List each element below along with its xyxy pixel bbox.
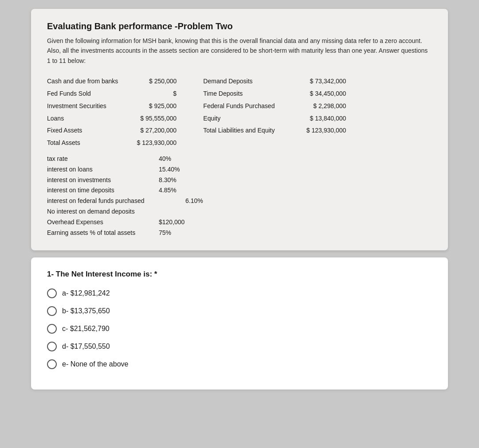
asset-row-4: Fixed Assets $ 27,200,000 [47,125,177,136]
radio-b[interactable] [47,306,57,316]
asset-row-2: Investment Securities $ 925,000 [47,101,177,112]
question-title: 1- The Net Interest Income is: * [47,270,432,279]
page-title: Evaluating Bank performance -Problem Two [47,21,432,31]
rate-value-3: 4.85% [159,185,194,196]
rate-label-7: Earning assets % of total assets [47,228,153,238]
liab-row-0: Demand Deposits $ 73,342,000 [203,76,346,87]
asset-row-1: Fed Funds Sold $ [47,89,177,99]
rate-row-0: tax rate 40% [47,154,432,164]
liab-value-1: $ 34,450,000 [297,89,346,99]
radio-a[interactable] [47,288,57,298]
rate-value-1: 15.40% [159,164,194,175]
option-label-a: a- $12,981,242 [62,289,110,297]
asset-label-3: Loans [47,113,118,124]
option-label-e: e- None of the above [62,360,128,368]
option-d[interactable]: d- $17,550,550 [47,342,432,351]
radio-e[interactable] [47,359,57,369]
asset-value-5: $ 123,930,000 [123,138,177,148]
rate-row-4: interest on federal funds purchased 6.10… [47,196,432,206]
option-label-b: b- $13,375,650 [62,307,110,315]
option-e[interactable]: e- None of the above [47,359,432,369]
asset-label-2: Investment Securities [47,101,118,112]
rate-row-6: Overhead Expenses $120,000 [47,217,432,228]
asset-label-1: Fed Funds Sold [47,89,118,99]
asset-label-0: Cash and due from banks [47,76,118,87]
assets-column: Cash and due from banks $ 250,000 Fed Fu… [47,76,177,148]
question-card: 1- The Net Interest Income is: * a- $12,… [31,257,448,390]
option-c[interactable]: c- $21,562,790 [47,324,432,334]
rate-label-0: tax rate [47,154,153,164]
rate-value-6: $120,000 [159,217,194,228]
rate-label-3: interest on time deposits [47,185,153,196]
rate-label-2: interest on investments [47,175,153,186]
radio-c[interactable] [47,324,57,334]
rate-label-4: interest on federal funds purchased [47,196,180,206]
liab-value-2: $ 2,298,000 [297,101,346,112]
liab-row-2: Federal Funds Purchased $ 2,298,000 [203,101,346,112]
liab-row-1: Time Deposits $ 34,450,000 [203,89,346,99]
rate-row-1: interest on loans 15.40% [47,164,432,175]
liab-row-4: Total Liabilities and Equity $ 123,930,0… [203,125,346,136]
liab-row-3: Equity $ 13,840,000 [203,113,346,124]
liab-value-3: $ 13,840,000 [297,113,346,124]
option-b[interactable]: b- $13,375,650 [47,306,432,316]
balance-sheet: Cash and due from banks $ 250,000 Fed Fu… [47,76,432,148]
rates-section: tax rate 40% interest on loans 15.40% in… [47,154,432,238]
liab-value-0: $ 73,342,000 [297,76,346,87]
asset-row-3: Loans $ 95,555,000 [47,113,177,124]
rate-label-1: interest on loans [47,164,153,175]
liab-label-1: Time Deposits [203,89,292,99]
asset-row-5: Total Assets $ 123,930,000 [47,138,177,148]
asset-label-5: Total Assets [47,138,118,148]
liabilities-column: Demand Deposits $ 73,342,000 Time Deposi… [203,76,346,148]
rate-label-5: No interest on demand deposits [47,206,180,217]
liab-label-3: Equity [203,113,292,124]
rate-row-3: interest on time deposits 4.85% [47,185,432,196]
rate-value-4: 6.10% [185,196,221,206]
liab-label-4: Total Liabilities and Equity [203,125,292,136]
rate-row-5: No interest on demand deposits [47,206,432,217]
option-label-d: d- $17,550,550 [62,343,110,351]
asset-value-3: $ 95,555,000 [123,113,177,124]
rate-row-2: interest on investments 8.30% [47,175,432,186]
rate-row-7: Earning assets % of total assets 75% [47,228,432,238]
rate-value-5 [185,206,221,217]
rate-value-2: 8.30% [159,175,194,186]
option-a[interactable]: a- $12,981,242 [47,288,432,298]
asset-row-0: Cash and due from banks $ 250,000 [47,76,177,87]
asset-value-0: $ 250,000 [123,76,177,87]
rate-value-7: 75% [159,228,194,238]
asset-value-2: $ 925,000 [123,101,177,112]
liab-label-0: Demand Deposits [203,76,292,87]
asset-value-1: $ [123,89,177,99]
radio-d[interactable] [47,342,57,351]
asset-value-4: $ 27,200,000 [123,125,177,136]
page-description: Given the following information for MSH … [47,36,432,66]
liab-label-2: Federal Funds Purchased [203,101,292,112]
option-label-c: c- $21,562,790 [62,325,110,333]
rate-value-0: 40% [159,154,194,164]
liab-value-4: $ 123,930,000 [297,125,346,136]
asset-label-4: Fixed Assets [47,125,118,136]
info-card: Evaluating Bank performance -Problem Two… [31,9,448,250]
rate-label-6: Overhead Expenses [47,217,153,228]
